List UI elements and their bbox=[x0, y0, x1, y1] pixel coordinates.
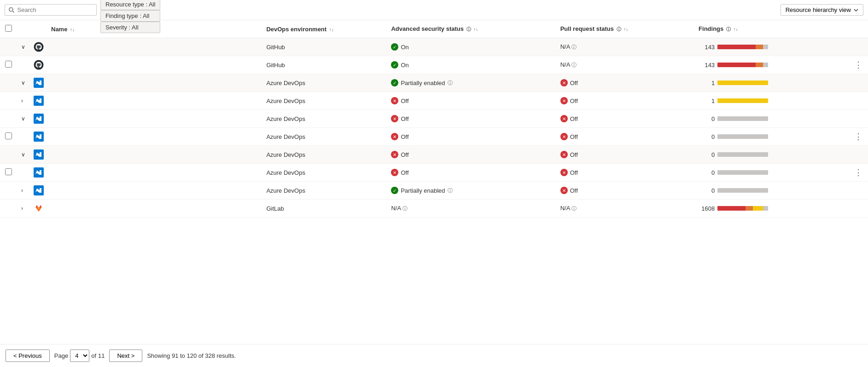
devops-cell: GitLab bbox=[262, 200, 387, 218]
check-cell[interactable] bbox=[0, 164, 17, 182]
github-icon:  bbox=[34, 42, 44, 52]
status-on-icon bbox=[391, 187, 398, 194]
table-row: › Azure DevOps Off Off 1 bbox=[0, 92, 868, 110]
table-body: ∨  GitHub On N/A ⓘ 143  GitHub On N/A bbox=[0, 38, 868, 218]
findings-cell: 143 bbox=[695, 56, 849, 74]
expand-cell bbox=[17, 164, 30, 182]
expand-cell[interactable]: ∨ bbox=[17, 74, 30, 92]
expand-button[interactable]: ∨ bbox=[20, 79, 26, 87]
row-checkbox[interactable] bbox=[5, 168, 12, 175]
filter-chip-finding-type[interactable]: Finding type : All bbox=[100, 10, 160, 22]
adv-status: On bbox=[391, 61, 553, 69]
filter-chip-resource-type[interactable]: Resource type : All bbox=[100, 0, 160, 10]
more-options-button[interactable]: ⋮ bbox=[852, 132, 864, 141]
findings-container: 1 bbox=[699, 80, 845, 86]
adv-na: N/A ⓘ bbox=[391, 205, 408, 212]
adv-security-cell: Off bbox=[387, 146, 556, 164]
check-cell bbox=[0, 92, 17, 110]
actions-cell[interactable]: ⋮ bbox=[849, 128, 868, 146]
adv-security-cell: Off bbox=[387, 128, 556, 146]
findings-number: 0 bbox=[699, 169, 715, 176]
findings-cell: 143 bbox=[695, 38, 849, 56]
azure-devops-icon bbox=[34, 149, 44, 160]
pr-na: N/A ⓘ bbox=[560, 205, 577, 212]
expand-button[interactable]: ∨ bbox=[20, 115, 26, 123]
icon-header bbox=[30, 20, 47, 38]
expand-cell[interactable]: ∨ bbox=[17, 38, 30, 56]
findings-number: 1 bbox=[699, 80, 715, 86]
findings-container: 143 bbox=[699, 62, 845, 69]
devops-cell: Azure DevOps bbox=[262, 74, 387, 92]
findings-container: 143 bbox=[699, 44, 845, 51]
more-options-button[interactable]: ⋮ bbox=[852, 168, 864, 177]
actions-cell[interactable]: ⋮ bbox=[849, 56, 868, 74]
status-on-icon bbox=[391, 43, 398, 51]
search-box[interactable] bbox=[5, 4, 97, 16]
adv-security-header[interactable]: Advanced security status ⓘ ↑↓ bbox=[387, 20, 556, 38]
expand-cell[interactable]: › bbox=[17, 92, 30, 110]
devops-sort-icon: ↑↓ bbox=[329, 27, 334, 32]
status-on-icon bbox=[391, 79, 398, 86]
check-cell[interactable] bbox=[0, 56, 17, 74]
check-cell bbox=[0, 182, 17, 200]
expand-button[interactable]: › bbox=[20, 204, 24, 212]
row-checkbox[interactable] bbox=[5, 61, 12, 68]
findings-bar bbox=[717, 188, 768, 193]
pr-status-header[interactable]: Pull request status ⓘ ↑↓ bbox=[557, 20, 695, 38]
name-cell bbox=[47, 110, 262, 128]
findings-number: 1608 bbox=[699, 205, 715, 212]
devops-cell: GitHub bbox=[262, 38, 387, 56]
search-input[interactable] bbox=[17, 6, 93, 13]
hierarchy-view-button[interactable]: Resource hierarchy view bbox=[781, 4, 863, 16]
expand-button[interactable]: ∨ bbox=[20, 43, 26, 51]
name-cell bbox=[47, 146, 262, 164]
adv-security-cell: On bbox=[387, 38, 556, 56]
actions-cell bbox=[849, 200, 868, 218]
pr-sort-icon: ↑↓ bbox=[623, 27, 628, 32]
adv-security-cell: Partially enabledⓘ bbox=[387, 74, 556, 92]
findings-bar bbox=[717, 134, 768, 139]
status-off-icon bbox=[391, 97, 398, 104]
findings-bar bbox=[717, 63, 768, 67]
row-checkbox[interactable] bbox=[5, 132, 12, 139]
findings-header[interactable]: Findings ⓘ ↑↓ bbox=[695, 20, 849, 38]
adv-sort-icon: ↑↓ bbox=[473, 27, 478, 32]
expand-cell[interactable]: ∨ bbox=[17, 110, 30, 128]
search-icon bbox=[9, 7, 15, 13]
adv-status: Partially enabledⓘ bbox=[391, 79, 553, 86]
select-all-checkbox[interactable] bbox=[5, 25, 12, 32]
pr-status-cell: Off bbox=[557, 74, 695, 92]
name-cell bbox=[47, 74, 262, 92]
icon-cell bbox=[30, 128, 47, 146]
select-all-header[interactable] bbox=[0, 20, 17, 38]
expand-cell[interactable]: › bbox=[17, 200, 30, 218]
pr-status: Off bbox=[560, 79, 691, 86]
adv-status: Off bbox=[391, 151, 553, 158]
name-cell bbox=[47, 56, 262, 74]
expand-button[interactable]: › bbox=[20, 97, 24, 105]
findings-number: 0 bbox=[699, 133, 715, 140]
findings-sort-icon: ↑↓ bbox=[734, 27, 738, 32]
adv-info-icon: ⓘ bbox=[466, 27, 471, 32]
filter-chip-severity[interactable]: Severity : All bbox=[100, 22, 160, 33]
findings-container: 0 bbox=[699, 133, 845, 140]
devops-cell: Azure DevOps bbox=[262, 164, 387, 182]
findings-number: 0 bbox=[699, 115, 715, 122]
actions-cell[interactable]: ⋮ bbox=[849, 164, 868, 182]
more-options-button[interactable]: ⋮ bbox=[852, 61, 864, 69]
expand-button[interactable]: › bbox=[20, 186, 24, 195]
table-row: Azure DevOps Off Off 0 ⋮ bbox=[0, 128, 868, 146]
expand-cell[interactable]: › bbox=[17, 182, 30, 200]
check-cell bbox=[0, 74, 17, 92]
expand-button[interactable]: ∨ bbox=[20, 150, 26, 159]
table-row: ∨ Azure DevOps Partially enabledⓘ Off 1 bbox=[0, 74, 868, 92]
status-off-icon bbox=[560, 187, 568, 194]
check-cell[interactable] bbox=[0, 128, 17, 146]
findings-cell: 1 bbox=[695, 74, 849, 92]
status-off-icon bbox=[391, 169, 398, 176]
expand-cell[interactable]: ∨ bbox=[17, 146, 30, 164]
status-off-icon bbox=[560, 79, 568, 86]
gitlab-icon bbox=[34, 203, 44, 213]
devops-header[interactable]: DevOps environment ↑↓ bbox=[262, 20, 387, 38]
pr-status: Off bbox=[560, 115, 691, 122]
